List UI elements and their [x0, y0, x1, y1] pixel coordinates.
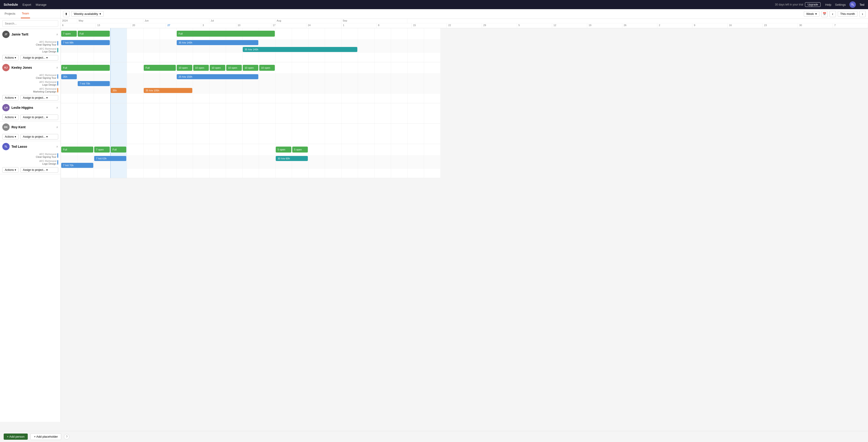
week-cell-21: 30	[798, 23, 833, 28]
assign-button-keeley[interactable]: Assign to project... ▾	[21, 95, 58, 101]
tab-team[interactable]: Team	[21, 9, 30, 18]
settings-link[interactable]: Settings	[835, 3, 846, 6]
manage-nav-item[interactable]: Manage	[36, 3, 46, 6]
avail-row-keeley: FullFull10 open10 open10 open10 open10 o…	[61, 62, 440, 73]
assign-button-jamie[interactable]: Assign to project... ▾	[21, 55, 58, 61]
avail-bar-ted-4[interactable]: 5 open	[292, 146, 308, 152]
collapse-icon-jamie[interactable]: ∧	[56, 33, 58, 36]
project-color-bar-jamie-1	[57, 48, 58, 53]
help-link[interactable]: Help	[825, 3, 831, 6]
avail-bar-keeley-7[interactable]: 10 open	[259, 65, 275, 71]
actions-button-ted[interactable]: Actions ▾	[2, 167, 19, 173]
tab-projects[interactable]: Projects	[4, 9, 16, 18]
project-bar-keeley-0-1[interactable]: 25 h/w 150h	[177, 74, 258, 79]
sub-navigation: Projects Team	[0, 9, 61, 18]
project-bar-jamie-0-0[interactable]: 7 h/d 98h	[61, 40, 110, 45]
avail-chevron-icon: ▾	[99, 12, 101, 15]
week-row: 61320273101724181522295121926291623307	[61, 23, 868, 28]
collapse-icon-roy[interactable]: ∧	[56, 126, 58, 129]
person-name-leslie: Leslie Higgins	[11, 106, 54, 109]
actions-button-leslie[interactable]: Actions ▾	[2, 114, 19, 120]
month-label-aug: Aug	[275, 19, 341, 23]
actions-button-jamie[interactable]: Actions ▾	[2, 55, 19, 61]
week-cell-10: 15	[412, 23, 447, 28]
avail-bar-jamie-1[interactable]: Full	[78, 31, 110, 37]
actions-button-roy[interactable]: Actions ▾	[2, 134, 19, 139]
person-header-roy: RK Roy Kent ∧	[0, 122, 61, 133]
avail-bar-keeley-3[interactable]: 10 open	[193, 65, 209, 71]
week-cell-4: 3	[201, 23, 236, 28]
export-nav-item[interactable]: Export	[23, 3, 31, 6]
user-initials: TL	[851, 3, 854, 6]
collapse-icon-ted[interactable]: ∧	[56, 145, 58, 148]
actions-button-keeley[interactable]: Actions ▾	[2, 95, 19, 101]
user-avatar[interactable]: TL	[849, 1, 856, 8]
avail-bar-keeley-2[interactable]: 10 open	[177, 65, 192, 71]
collapse-button[interactable]: ⬆	[63, 11, 69, 17]
avail-bar-keeley-6[interactable]: 10 open	[243, 65, 258, 71]
project-bar-jamie-1-0[interactable]: 35 h/w 140h	[243, 47, 357, 52]
collapse-icon-leslie[interactable]: ∧	[56, 106, 58, 109]
project-row-jamie-1: AFC Richmond Logo Design	[0, 47, 61, 54]
project-bar-ted-0-1[interactable]: 30 h/w 60h	[276, 156, 308, 161]
avail-bar-keeley-0[interactable]: Full	[61, 65, 110, 71]
week-cell-3: 27	[166, 23, 201, 28]
person-name-keeley: Keeley Jones	[11, 66, 54, 69]
search-input[interactable]	[2, 20, 58, 27]
calendar-icon-button[interactable]: 📅	[821, 11, 828, 17]
project-row-jamie-0: AFC Richmond Cleat Signing Tour	[0, 40, 61, 47]
avatar-leslie: LH	[2, 104, 10, 111]
this-month-button[interactable]: This month	[838, 11, 858, 17]
avail-bar-keeley-1[interactable]: Full	[144, 65, 176, 71]
timeline-toolbar: ⬆ Weekly availability ▾ Week ▾ 📅 ‹ This …	[61, 9, 868, 19]
assign-button-leslie[interactable]: Assign to project... ▾	[21, 114, 58, 120]
person-actions-jamie: Actions ▾ Assign to project... ▾	[0, 54, 61, 62]
next-button[interactable]: ›	[859, 11, 866, 17]
project-bar-keeley-2-0[interactable]: 35h	[111, 88, 126, 93]
avail-bar-keeley-5[interactable]: 10 open	[226, 65, 242, 71]
week-cell-22: 7	[833, 23, 868, 28]
prev-button[interactable]: ‹	[830, 11, 836, 17]
avail-bar-keeley-4[interactable]: 10 open	[210, 65, 225, 71]
month-label-jul: Jul	[209, 19, 275, 23]
week-cell-16: 26	[622, 23, 657, 28]
timeline-project-row-jamie-1: 35 h/w 140h	[61, 46, 440, 53]
schedule-nav-item[interactable]: Schedule	[4, 3, 18, 6]
search-container	[0, 18, 61, 29]
person-actions-keeley: Actions ▾ Assign to project... ▾	[0, 94, 61, 102]
collapse-icon-keeley[interactable]: ∧	[56, 66, 58, 69]
availability-dropdown[interactable]: Weekly availability ▾	[71, 11, 103, 17]
week-cell-7: 24	[306, 23, 342, 28]
project-bar-ted-1-0[interactable]: 7 h/d 70h	[61, 163, 93, 168]
project-bar-jamie-0-1[interactable]: 35 h/w 140h	[177, 40, 258, 45]
timeline-body: 7 openFullFull7 h/d 98h35 h/w 140h35 h/w…	[61, 28, 868, 178]
assign-button-ted[interactable]: Assign to project... ▾	[21, 167, 58, 173]
month-label-jun: Jun	[143, 19, 209, 23]
upgrade-button[interactable]: Upgrade	[805, 2, 820, 7]
week-cell-13: 5	[517, 23, 552, 28]
project-bar-keeley-2-1[interactable]: 35 h/w 105h	[144, 88, 192, 93]
person-section-ted: TL Ted Lasso ∧ AFC Richmond Cleat Signin…	[0, 141, 61, 174]
avail-bar-ted-0[interactable]: Full	[61, 146, 93, 152]
avail-row-jamie: 7 openFullFull	[61, 28, 440, 39]
avail-bar-jamie-2[interactable]: Full	[177, 31, 275, 37]
week-dropdown[interactable]: Week ▾	[804, 11, 819, 17]
avatar-keeley: KJ	[2, 64, 10, 71]
assign-button-roy[interactable]: Assign to project... ▾	[21, 134, 58, 139]
person-header-keeley: KJ Keeley Jones ∧	[0, 62, 61, 73]
project-bar-ted-0-0[interactable]: 7 h/d 63h	[94, 156, 126, 161]
project-name-ted-1: Logo Design	[5, 162, 56, 165]
avail-bar-ted-3[interactable]: 5 open	[276, 146, 291, 152]
project-bar-keeley-1-0[interactable]: 7 h/d 70h	[78, 81, 110, 86]
project-name-keeley-2: Marketing Campaign	[5, 90, 56, 93]
avail-bar-ted-1[interactable]: 7 open	[94, 146, 110, 152]
week-cell-2: 20	[131, 23, 166, 28]
person-header-leslie: LH Leslie Higgins ∧	[0, 102, 61, 113]
timeline-panel: ⬆ Weekly availability ▾ Week ▾ 📅 ‹ This …	[61, 9, 868, 422]
avail-bar-jamie-0[interactable]: 7 open	[61, 31, 77, 37]
project-row-keeley-1: AFC Richmond Logo Design	[0, 80, 61, 87]
timeline-actions-row-jamie	[61, 53, 440, 62]
project-bar-keeley-0-0[interactable]: 35h	[61, 74, 77, 79]
timeline-actions-row-ted	[61, 169, 440, 178]
avail-bar-ted-2[interactable]: Full	[111, 146, 126, 152]
